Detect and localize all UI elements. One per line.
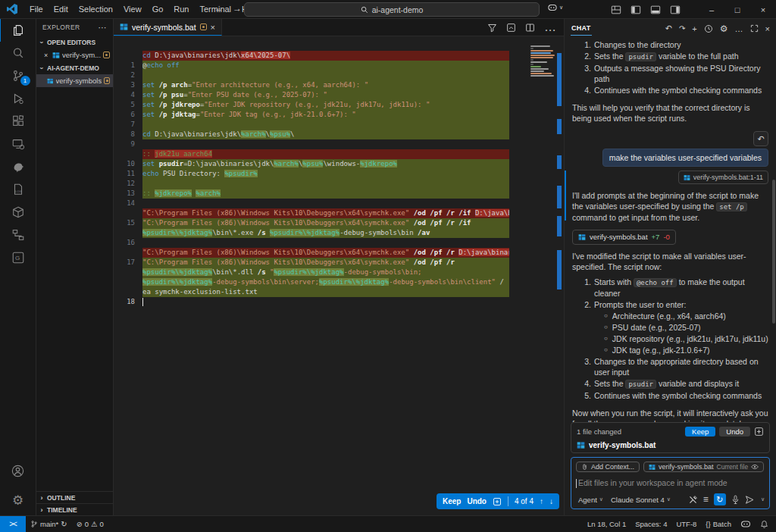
edited-file-chip[interactable]: verify-symbols.bat +7 -0 [572, 230, 676, 245]
code-line[interactable]: 11echo PSU Directory: %psudir% [114, 169, 564, 179]
history-icon[interactable] [704, 24, 713, 33]
add-context-button[interactable]: Add Context... [576, 462, 640, 472]
code-line[interactable]: 15"C:\Program Files (x86)\Windows Kits\1… [114, 218, 564, 228]
code-line[interactable]: 5set /p jdkrepo="Enter JDK repository (e… [114, 100, 564, 110]
activity-remote-explorer[interactable] [0, 133, 36, 155]
chat-input-box[interactable]: Add Context... verify-symbols.bat Curren… [571, 457, 770, 509]
code-line[interactable]: 18 [114, 297, 564, 307]
code-editor[interactable]: cd D:\java\binaries\jdk\x64\2025-07\1@ec… [114, 36, 564, 515]
copilot-status-item[interactable] [736, 516, 756, 532]
activity-extensions[interactable] [0, 110, 36, 133]
activity-output-log[interactable]: LOG [0, 178, 36, 201]
encoding-item[interactable]: UTF-8 [671, 516, 701, 532]
code-line[interactable]: %psudir%\%jdktag%\bin\*.dll /s "%psudir%… [114, 268, 564, 277]
activity-container-tools[interactable] [0, 201, 36, 224]
code-line[interactable]: 8cd D:\java\binaries\jdk\%arch%\%psu%\ [114, 130, 564, 139]
code-line[interactable]: 17"C:\Program Files (x86)\Windows Kits\1… [114, 258, 564, 268]
minimize-button[interactable]: – [699, 0, 724, 19]
code-line[interactable]: %psudir%\%jdktag%\bin\*.exe /s %psudir%\… [114, 228, 564, 238]
menu-selection[interactable]: Selection [74, 3, 118, 15]
command-center-search[interactable]: ai-agent-demo [244, 2, 540, 17]
tools-icon[interactable] [688, 495, 698, 505]
queue-list-icon[interactable]: ≡ [703, 494, 709, 505]
close-tab-icon[interactable]: × [211, 23, 215, 32]
changed-file-row[interactable]: verify-symbols.bat [577, 441, 764, 449]
minimap[interactable] [530, 45, 558, 77]
maximize-panel-icon[interactable] [750, 24, 759, 33]
send-options-chevron-icon[interactable]: ∨ [761, 496, 765, 502]
close-panel-icon[interactable]: × [765, 24, 770, 33]
rerun-request-button[interactable]: ↶ [753, 131, 768, 146]
toggle-secondary-sidebar-icon[interactable] [670, 5, 681, 15]
activity-run-debug[interactable] [0, 87, 36, 110]
code-line[interactable]: 9 [114, 139, 564, 149]
diff-editor-icon[interactable] [493, 497, 502, 506]
menu-run[interactable]: Run [168, 3, 194, 15]
menu-view[interactable]: View [118, 3, 147, 15]
open-changes-icon[interactable] [506, 23, 516, 33]
menu-go[interactable]: Go [147, 3, 169, 15]
code-line[interactable]: 14 [114, 199, 564, 208]
code-line[interactable]: 6set /p jdktag="Enter JDK tag (e.g., jdk… [114, 110, 564, 120]
context-file-chip[interactable]: verify-symbols.bat Current file [643, 462, 764, 472]
chat-scrollbar[interactable] [772, 180, 775, 324]
code-line[interactable]: 1@echo off [114, 61, 564, 70]
folder-section[interactable]: › AI-AGENT-DEMO [36, 61, 113, 74]
microphone-icon[interactable] [731, 495, 740, 505]
code-line[interactable]: "C:\Program Files (x86)\Windows Kits\10\… [114, 208, 564, 218]
filter-icon[interactable] [487, 23, 497, 33]
activity-source-control[interactable]: 1 [0, 64, 36, 87]
indentation-item[interactable]: Spaces: 4 [630, 516, 671, 532]
keep-change-button[interactable]: Keep [443, 497, 461, 505]
chat-more-icon[interactable]: … [735, 24, 743, 33]
branch-item[interactable]: main* ↻ [26, 516, 72, 532]
user-message[interactable]: make the variables user-specified variab… [602, 149, 768, 167]
undo-edit-icon[interactable]: ↶ [665, 23, 672, 33]
split-editor-icon[interactable] [525, 23, 535, 33]
notifications-item[interactable] [756, 516, 776, 532]
cursor-position-item[interactable]: Ln 18, Col 1 [583, 516, 630, 532]
undo-all-button[interactable]: Undo [719, 427, 750, 437]
open-editor-item[interactable]: × verify-sym... [36, 49, 113, 61]
next-change-icon[interactable]: ↓ [549, 497, 553, 505]
send-icon[interactable] [745, 495, 756, 505]
more-actions-icon[interactable]: … [544, 20, 556, 34]
activity-explorer[interactable] [0, 19, 36, 42]
code-line[interactable]: 10set psudir=D:\java\binaries\jdk\%arch%… [114, 159, 564, 169]
activity-pipelines[interactable] [0, 224, 36, 246]
timeline-section[interactable]: › TIMELINE [36, 503, 113, 515]
code-line[interactable]: 13:: %jdkrepo% %arch% [114, 189, 564, 199]
code-line[interactable]: 7 [114, 120, 564, 130]
keep-all-button[interactable]: Keep [685, 427, 715, 437]
code-line[interactable]: %psudir%\%jdktag%-debug-symbols\bin\serv… [114, 277, 564, 287]
settings-button[interactable]: ⚙ [0, 485, 36, 515]
view-diff-icon[interactable] [754, 427, 764, 437]
activity-search[interactable] [0, 42, 36, 64]
close-editor-icon[interactable]: × [44, 52, 50, 59]
maximize-button[interactable]: □ [724, 0, 750, 19]
code-line[interactable]: 2 [114, 70, 564, 80]
new-chat-icon[interactable]: + [692, 24, 696, 33]
auto-approve-toggle[interactable]: ↻ [714, 493, 726, 505]
code-line[interactable]: "C:\Program Files (x86)\Windows Kits\10\… [114, 248, 564, 258]
code-line[interactable]: :: jdk21u aarch64 [114, 149, 564, 159]
code-line[interactable]: 12 [114, 179, 564, 189]
problems-item[interactable]: ⊘ 0 ⚠ 0 [72, 516, 108, 532]
code-line[interactable]: 3set /p arch="Enter architecture (e.g., … [114, 80, 564, 90]
activity-bird-extension[interactable] [0, 155, 36, 178]
customize-layout-icon[interactable] [611, 5, 621, 15]
chat-tab[interactable]: CHAT [571, 21, 592, 36]
tree-file-item[interactable]: verify-symbols.... [36, 74, 113, 87]
activity-g-services[interactable]: G [0, 246, 36, 269]
chat-settings-gear-icon[interactable]: ⚙ [720, 23, 728, 34]
code-line[interactable]: 4set /p psu="Enter PSU date (e.g., 2025-… [114, 90, 564, 100]
tab-verify-symbols[interactable]: verify-symbols.bat × [114, 19, 222, 36]
redo-edit-icon[interactable]: ↷ [679, 24, 685, 33]
close-button[interactable]: × [750, 0, 776, 19]
eye-icon[interactable] [751, 464, 759, 470]
menu-edit[interactable]: Edit [48, 3, 74, 15]
outline-section[interactable]: › OUTLINE [36, 491, 113, 503]
previous-change-icon[interactable]: ↑ [540, 497, 543, 505]
nav-back-icon[interactable]: ← [214, 3, 224, 14]
remote-indicator[interactable]: >< [0, 516, 26, 532]
